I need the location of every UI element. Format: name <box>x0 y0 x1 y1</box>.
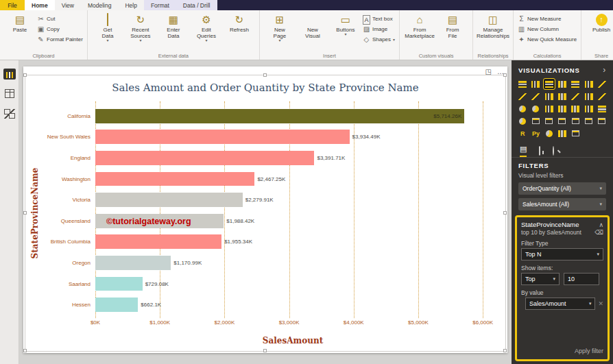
format-tab-icon[interactable] <box>539 147 540 157</box>
data-bar[interactable] <box>95 172 254 186</box>
filter-pill-orderquantity-all[interactable]: OrderQuantity (All)▾ <box>518 182 606 195</box>
more-options-icon[interactable]: … <box>497 69 504 75</box>
tab-help[interactable]: Help <box>118 0 143 10</box>
shape-map-icon[interactable] <box>583 104 594 114</box>
bar-chart-visual[interactable]: ◳ … Sales Amount and Order Quantity by S… <box>25 75 506 352</box>
stacked-bar-chart-icon[interactable] <box>517 79 528 89</box>
data-bar[interactable] <box>95 193 243 207</box>
file-menu-button[interactable]: File <box>0 0 25 10</box>
matrix-icon[interactable] <box>597 116 608 126</box>
publish-button[interactable]: ↑Publish <box>586 12 613 33</box>
enter-data-button[interactable]: ▦Enter Data <box>158 12 189 39</box>
data-bar[interactable] <box>95 151 314 165</box>
eraser-icon[interactable]: ⌫ <box>594 229 603 236</box>
data-view-button[interactable] <box>3 87 16 100</box>
item-count-input[interactable]: 10 <box>564 273 599 285</box>
slicer-icon[interactable] <box>570 116 581 126</box>
button-label: Publish <box>592 27 610 33</box>
resize-handle[interactable] <box>263 73 267 77</box>
by-value-dropdown[interactable]: SalesAmount ▾ <box>525 298 595 310</box>
tab-data-drill[interactable]: Data / Drill <box>176 0 217 10</box>
line-and-stacked-column-chart-icon[interactable] <box>544 91 555 101</box>
tab-home[interactable]: Home <box>25 0 55 10</box>
report-page[interactable]: ◳ … Sales Amount and Order Quantity by S… <box>23 66 507 353</box>
text-box-button[interactable]: AText box <box>363 14 395 23</box>
scatter-chart-icon[interactable] <box>597 91 608 101</box>
tab-modeling[interactable]: Modeling <box>81 0 119 10</box>
resize-handle[interactable] <box>263 349 267 352</box>
100-stacked-column-chart-icon[interactable] <box>583 79 594 89</box>
refresh-button[interactable]: ↻Refresh <box>224 12 255 33</box>
model-view-button[interactable] <box>3 107 16 120</box>
arcgis-map-icon[interactable] <box>557 128 568 138</box>
tab-view[interactable]: View <box>55 0 81 10</box>
line-chart-icon[interactable] <box>597 79 608 89</box>
resize-handle[interactable] <box>23 73 27 77</box>
filled-map-icon[interactable] <box>570 104 581 114</box>
copy-button[interactable]: ▣Copy <box>37 25 83 34</box>
waterfall-chart-icon[interactable] <box>583 91 594 101</box>
donut-chart-icon[interactable] <box>530 104 541 114</box>
shapes-button[interactable]: ◇Shapes ▾ <box>363 35 395 44</box>
gauge-icon[interactable] <box>517 116 528 126</box>
kpi-icon[interactable] <box>557 116 568 126</box>
from-file-button[interactable]: ▤From File <box>437 12 468 39</box>
resize-handle[interactable] <box>503 349 507 352</box>
stacked-column-chart-icon[interactable] <box>530 79 541 89</box>
resize-handle[interactable] <box>503 211 507 215</box>
focus-mode-icon[interactable]: ◳ <box>485 69 492 75</box>
analytics-tab-icon[interactable] <box>553 147 554 157</box>
r-script-visual-icon[interactable]: R <box>517 128 528 138</box>
top-bottom-dropdown[interactable]: Top ▾ <box>521 273 560 285</box>
new-measure-button[interactable]: ΣNew Measure <box>518 14 577 23</box>
format-painter-button[interactable]: ✎Format Painter <box>37 35 83 44</box>
new-visual-button[interactable]: New Visual <box>297 12 328 39</box>
data-bar[interactable] <box>95 130 350 144</box>
from-marketplace-button[interactable]: ⌂From Marketplace <box>404 12 435 39</box>
data-bar[interactable] <box>95 256 171 270</box>
line-and-clustered-column-chart-icon[interactable] <box>557 91 568 101</box>
clustered-column-chart-icon[interactable] <box>557 79 568 89</box>
treemap-icon[interactable] <box>544 104 555 114</box>
new-quick-measure-button[interactable]: ✦New Quick Measure <box>518 35 577 44</box>
table-icon[interactable] <box>583 116 594 126</box>
edit-queries-button[interactable]: ⚙Edit Queries▾ <box>191 12 222 42</box>
area-chart-icon[interactable] <box>517 91 528 101</box>
map-icon[interactable] <box>557 104 568 114</box>
ribbon-chart-icon[interactable] <box>570 91 581 101</box>
cut-button[interactable]: ✂Cut <box>37 14 83 23</box>
key-influencers-icon[interactable] <box>544 128 555 138</box>
buttons-button[interactable]: ▭Buttons▾ <box>330 12 361 36</box>
clustered-bar-chart-icon[interactable] <box>544 79 555 89</box>
100-stacked-bar-chart-icon[interactable] <box>570 79 581 89</box>
paste-button[interactable]: ▤Paste <box>4 12 36 33</box>
clear-field-icon[interactable]: ✕ <box>598 300 603 307</box>
recent-sources-button[interactable]: ↻Recent Sources▾ <box>125 12 156 42</box>
filter-pill-salesamount-all[interactable]: SalesAmount (All)▾ <box>518 198 606 210</box>
new-page-button[interactable]: ⊞New Page▾ <box>264 12 296 42</box>
filter-type-dropdown[interactable]: Top N ▾ <box>521 248 603 260</box>
collapse-panel-icon[interactable]: › <box>603 65 606 75</box>
report-view-button[interactable] <box>3 67 16 80</box>
resize-handle[interactable] <box>23 349 27 352</box>
image-button[interactable]: ▨Image <box>363 25 395 34</box>
data-bar[interactable]: $5,714.26K <box>95 109 464 123</box>
pie-chart-icon[interactable] <box>517 104 528 114</box>
resize-handle[interactable] <box>23 211 27 215</box>
custom-visual-icon[interactable] <box>570 128 581 138</box>
data-bar[interactable] <box>95 234 221 249</box>
python-visual-icon[interactable]: Py <box>530 128 541 138</box>
apply-filter-button[interactable]: Apply filter <box>521 342 603 354</box>
new-column-button[interactable]: ▥New Column <box>518 25 577 34</box>
manage-relationships-button[interactable]: ◫Manage Relationships <box>477 12 509 39</box>
multi-row-card-icon[interactable] <box>544 116 555 126</box>
funnel-icon[interactable] <box>597 104 608 114</box>
card-icon[interactable] <box>530 116 541 126</box>
stacked-area-chart-icon[interactable] <box>530 91 541 101</box>
data-bar[interactable] <box>95 277 143 291</box>
fields-tab-icon[interactable]: ▤ <box>520 145 527 157</box>
data-bar[interactable] <box>95 298 138 312</box>
tab-format[interactable]: Format <box>144 0 176 10</box>
get-data-button[interactable]: Get Data▾ <box>92 12 123 42</box>
chevron-up-icon[interactable]: ∧ <box>599 221 603 228</box>
